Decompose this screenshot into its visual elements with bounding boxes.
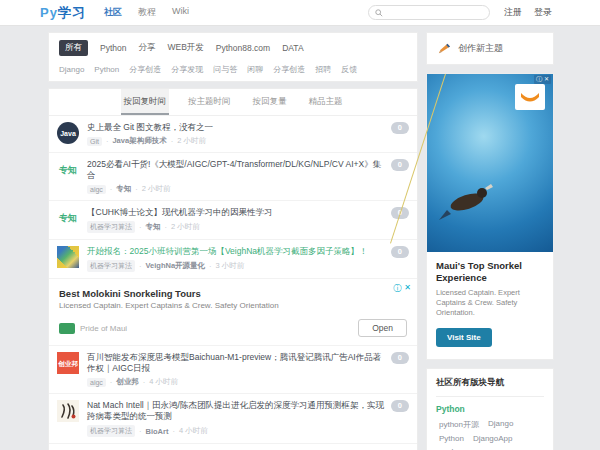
create-topic-button[interactable]: 创作新主题 — [426, 32, 554, 65]
main-column: 所有 Python 分享 WEB开发 Python88.com DATA Dja… — [48, 32, 418, 450]
board-django[interactable]: Django — [59, 65, 84, 74]
topic-title[interactable]: 2025必看AI干货!《大模型/AIGC/GPT-4/Transformer/D… — [87, 159, 385, 181]
avatar[interactable]: 创业邦 — [57, 352, 79, 374]
page-content: 所有 Python 分享 WEB开发 Python88.com DATA Dja… — [0, 26, 600, 450]
topic-tag[interactable]: aigc — [87, 378, 106, 387]
search-box[interactable] — [368, 5, 490, 20]
topic-tag[interactable]: aigc — [87, 185, 106, 194]
section-name[interactable]: Python — [436, 404, 544, 414]
topic-tag[interactable]: 机器学习算法 — [87, 260, 135, 272]
adchoices-icon[interactable]: ⓘ — [536, 75, 542, 84]
nav-community[interactable]: 社区 — [104, 6, 122, 19]
board-qna[interactable]: 问与答 — [213, 64, 237, 75]
sidebar-ad-headline[interactable]: Maui's Top Snorkel Experience — [436, 260, 544, 284]
avatar[interactable] — [57, 400, 79, 422]
board-jobs[interactable]: 招聘 — [315, 64, 331, 75]
topic-author[interactable]: Java架构师技术 — [112, 136, 166, 146]
filter-share[interactable]: 分享 — [138, 42, 155, 54]
topic-tag[interactable]: Git — [87, 137, 102, 146]
snorkeler-silhouette — [437, 180, 499, 224]
feed-ad[interactable]: ⓘ ✕ Best Molokini Snorkeling Tours Licen… — [49, 279, 417, 346]
board-link[interactable]: python开源 — [439, 419, 479, 430]
reply-count-badge[interactable]: 0 — [391, 246, 409, 258]
board-link[interactable]: Python — [439, 434, 464, 443]
site-logo[interactable]: Py学习 — [40, 4, 86, 22]
topic-row: Java 史上最全 Git 图文教程，没有之一 Git · Java架构师技术 … — [49, 116, 417, 153]
tab-by-reply-time[interactable]: 按回复时间 — [121, 89, 170, 115]
topic-author[interactable]: VeighNa开源量化 — [146, 261, 206, 271]
tab-by-topic-time[interactable]: 按主题时间 — [185, 89, 234, 115]
sidebar-ad-description: Licensed Captain. Expert Captains & Crew… — [436, 288, 544, 318]
filter-data[interactable]: DATA — [282, 43, 303, 53]
tab-by-reply-count[interactable]: 按回复量 — [250, 89, 290, 115]
board-nav-title: 社区所有版块导航 — [436, 377, 544, 397]
search-icon — [375, 9, 383, 17]
meta-separator: · — [165, 223, 168, 232]
topic-author[interactable]: 创业邦 — [116, 377, 139, 387]
avatar[interactable] — [57, 246, 79, 268]
avatar[interactable]: 专知 — [57, 207, 79, 229]
topic-author[interactable]: 专知 — [146, 222, 161, 232]
filter-webdev[interactable]: WEB开发 — [167, 42, 203, 54]
topic-author[interactable]: 专知 — [116, 184, 131, 194]
topic-title[interactable]: 百川智能发布深度思考模型Baichuan-M1-preview；腾讯登记腾讯广告… — [87, 352, 385, 374]
board-python[interactable]: Python — [94, 65, 119, 74]
topic-title[interactable]: 【CUHK博士论文】现代机器学习中的因果性学习 — [87, 207, 385, 218]
ad-close-icon[interactable]: ✕ — [544, 75, 549, 84]
topic-time: 4 小时前 — [179, 426, 208, 436]
topic-meta: 机器学习算法 · BioArt · 4 小时前 — [87, 425, 385, 437]
avatar-label: Java — [60, 130, 76, 137]
secondary-filters: Django Python 分享创造 分享发现 问与答 闲聊 分享创造 招聘 反… — [59, 64, 407, 75]
nav-tutorials[interactable]: 教程 — [138, 6, 156, 19]
ad-open-button[interactable]: Open — [358, 319, 407, 337]
topic-row: 创业邦 百川智能发布深度思考模型Baichuan-M1-preview；腾讯登记… — [49, 346, 417, 394]
ad-description: Licensed Captain. Expert Captains & Crew… — [59, 301, 407, 310]
avatar[interactable]: Java — [57, 122, 79, 144]
search-input[interactable] — [387, 8, 483, 17]
filter-python[interactable]: Python — [100, 43, 126, 53]
board-chat[interactable]: 闲聊 — [247, 64, 263, 75]
topic-title[interactable]: 开始报名：2025小班特训营第一场【VeighNa机器学习截面多因子策略】！ — [87, 246, 385, 257]
board-share-create[interactable]: 分享创造 — [129, 64, 161, 75]
pride-of-maui-logo — [515, 84, 545, 110]
pencil-icon — [437, 43, 451, 55]
meta-separator: · — [135, 185, 138, 194]
topic-title[interactable]: Nat Mach Intell｜田永鸿/陈杰团队提出进化启发的深度学习通用预测框… — [87, 400, 385, 422]
register-link[interactable]: 注册 — [504, 6, 522, 19]
reply-count-badge[interactable]: 0 — [391, 352, 409, 364]
topic-author[interactable]: BioArt — [146, 427, 169, 436]
reply-count-badge[interactable]: 0 — [391, 400, 409, 412]
tab-featured[interactable]: 精品主题 — [306, 89, 346, 115]
login-link[interactable]: 登录 — [534, 6, 552, 19]
board-feedback[interactable]: 反馈 — [341, 64, 357, 75]
meta-separator: · — [139, 262, 142, 271]
filter-all[interactable]: 所有 — [59, 40, 88, 56]
reply-count-badge[interactable]: 0 — [391, 122, 409, 134]
board-nav-card: 社区所有版块导航 Python python开源 Django Python D… — [426, 368, 554, 450]
board-share-discover[interactable]: 分享发现 — [171, 64, 203, 75]
topic-tag[interactable]: 机器学习算法 — [87, 221, 135, 233]
meta-separator: · — [209, 262, 212, 271]
board-link[interactable]: DjangoApp — [473, 434, 513, 443]
topic-meta: aigc · 专知 · 2 小时前 — [87, 184, 385, 194]
nav-wiki[interactable]: Wiki — [172, 6, 189, 19]
logo-prefix: Py — [40, 5, 58, 20]
visit-site-button[interactable]: Visit Site — [436, 328, 492, 347]
sidebar-ad[interactable]: ⓘ ✕ Maui's Top Snorkel Experience Licens… — [426, 73, 554, 360]
topic-meta: aigc · 创业邦 · 4 小时前 — [87, 377, 385, 387]
reply-count-badge[interactable]: 0 — [391, 159, 409, 171]
sidebar-ad-image[interactable]: ⓘ ✕ — [427, 74, 553, 252]
topic-title[interactable]: 史上最全 Git 图文教程，没有之一 — [87, 122, 385, 133]
avatar[interactable]: 专知 — [57, 159, 79, 181]
ad-close-icon[interactable]: ✕ — [404, 283, 411, 294]
board-link[interactable]: Django — [488, 419, 513, 430]
topic-row: 开始报名：2025小班特训营第一场【VeighNa机器学习截面多因子策略】！ 机… — [49, 240, 417, 279]
topic-time: 2 小时前 — [171, 222, 200, 232]
topic-tag[interactable]: 机器学习算法 — [87, 425, 135, 437]
topic-row: Nat Mach Intell｜田永鸿/陈杰团队提出进化启发的深度学习通用预测框… — [49, 394, 417, 444]
adchoices-icon[interactable]: ⓘ — [393, 283, 401, 294]
filter-python88[interactable]: Python88.com — [216, 43, 270, 53]
avatar-label: 专知 — [59, 164, 77, 177]
ad-headline[interactable]: Best Molokini Snorkeling Tours — [59, 288, 407, 299]
board-share-create-2[interactable]: 分享创造 — [273, 64, 305, 75]
